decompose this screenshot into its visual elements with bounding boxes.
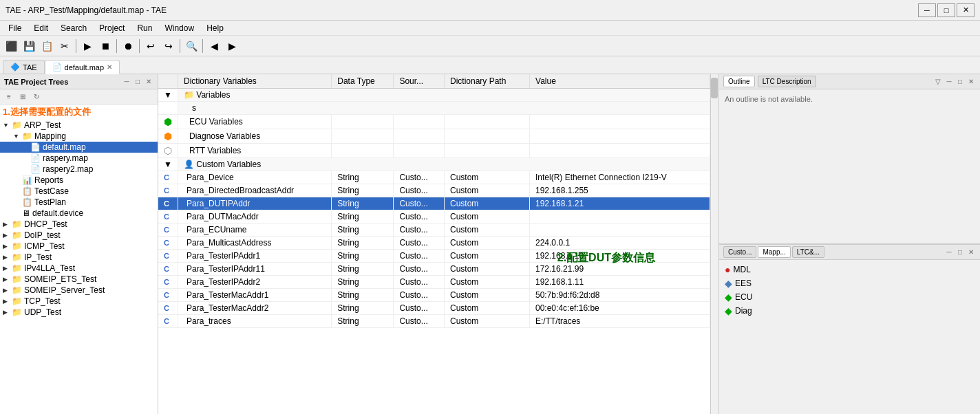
- table-row[interactable]: C Para_TesterIPAddr11 String Custo... Cu…: [158, 263, 710, 276]
- expand-arrow-tcp[interactable]: ▶: [3, 298, 10, 305]
- tab-tae[interactable]: 🔷 TAE: [3, 60, 45, 74]
- tree-item-tcp[interactable]: ▶ 📁 TCP_Test: [0, 296, 158, 307]
- expand-arrow-ip[interactable]: ▶: [3, 254, 10, 261]
- rtree-item-diag[interactable]: ◆ Diag: [722, 304, 977, 318]
- tree-refresh-btn[interactable]: ↻: [30, 91, 43, 103]
- expand-arrow-icmp[interactable]: ▶: [3, 243, 10, 250]
- expand-arrow-someip-ets[interactable]: ▶: [3, 276, 10, 283]
- menu-help[interactable]: Help: [201, 22, 229, 34]
- close-button[interactable]: ✕: [957, 3, 974, 17]
- tree-item-default-map[interactable]: 📄 default.map: [0, 142, 158, 153]
- expand-arrow-doip[interactable]: ▶: [3, 232, 10, 239]
- tree-collapse-btn[interactable]: ≡: [3, 91, 15, 103]
- rtree-item-mdl[interactable]: ● MDL: [722, 263, 977, 276]
- tree-item-icmp[interactable]: ▶ 📁 ICMP_Test: [0, 241, 158, 252]
- row-expand-s[interactable]: [158, 102, 178, 115]
- table-row[interactable]: C Para_TesterMacAddr2 String Custo... Cu…: [158, 302, 710, 315]
- toolbar-btn-run[interactable]: ▶: [79, 38, 96, 54]
- table-row[interactable]: ▼ 📁 Variables: [158, 89, 710, 102]
- tree-item-dhcp[interactable]: ▶ 📁 DHCP_Test: [0, 219, 158, 230]
- menu-run[interactable]: Run: [131, 22, 158, 34]
- tree-item-reports[interactable]: 📊 Reports: [0, 175, 158, 186]
- expand-arrow-mapping[interactable]: ▼: [13, 133, 20, 140]
- left-panel-close[interactable]: ✕: [144, 77, 153, 87]
- table-row[interactable]: C Para_TesterIPAddr1 String Custo... Cus…: [158, 250, 710, 263]
- vertical-scrollbar[interactable]: [710, 74, 718, 414]
- tree-item-default-device[interactable]: 🖥 default.device: [0, 208, 158, 219]
- toolbar-btn-save[interactable]: 💾: [21, 38, 37, 54]
- table-row[interactable]: C Para_TesterMacAddr1 String Custo... Cu…: [158, 289, 710, 302]
- tree-item-udp[interactable]: ▶ 📁 UDP_Test: [0, 307, 158, 318]
- tab-outline[interactable]: Outline: [723, 76, 755, 87]
- left-panel-maximize[interactable]: □: [133, 77, 142, 87]
- menu-search[interactable]: Search: [55, 22, 92, 34]
- scroll-thumb[interactable]: [711, 78, 718, 98]
- toolbar-btn-redo[interactable]: ↪: [160, 38, 177, 54]
- table-row[interactable]: C Para_MulticastAddress String Custo... …: [158, 237, 710, 250]
- table-row[interactable]: s: [158, 102, 710, 115]
- tree-expand-btn[interactable]: ⊞: [17, 91, 29, 103]
- table-row[interactable]: C Para_Device String Custo... Custom Int…: [158, 171, 710, 184]
- menu-edit[interactable]: Edit: [28, 22, 54, 34]
- maximize-button[interactable]: □: [937, 3, 955, 17]
- toolbar-btn-back[interactable]: ◀: [206, 38, 222, 54]
- expand-arrow-udp[interactable]: ▶: [3, 309, 10, 316]
- expand-arrow-ipv4lla[interactable]: ▶: [3, 265, 10, 272]
- table-row[interactable]: ⬢ ECU Variables: [158, 115, 710, 129]
- table-row[interactable]: C Para_ECUname String Custo... Custom: [158, 224, 710, 237]
- tab-custom[interactable]: Custo...: [723, 246, 756, 258]
- table-row[interactable]: ⬢ Diagnose Variables: [158, 129, 710, 144]
- toolbar-btn-forward[interactable]: ▶: [224, 38, 240, 54]
- table-row[interactable]: ▼ 👤 Custom Variables: [158, 158, 710, 171]
- expand-arrow-arp[interactable]: ▼: [3, 122, 10, 129]
- menu-project[interactable]: Project: [94, 22, 130, 34]
- menu-window[interactable]: Window: [159, 22, 200, 34]
- toolbar-btn-undo[interactable]: ↩: [142, 38, 159, 54]
- tree-item-arp-test[interactable]: ▼ 📁 ARP_Test: [0, 120, 158, 131]
- outline-maximize[interactable]: ─: [944, 77, 954, 87]
- table-row[interactable]: ⬡ RTT Variables: [158, 144, 710, 158]
- toolbar-btn-cut[interactable]: ✂: [56, 38, 73, 54]
- row-expand-custom[interactable]: ▼: [158, 158, 178, 171]
- tree-item-ip[interactable]: ▶ 📁 IP_Test: [0, 252, 158, 263]
- tab-ltc[interactable]: LTC&...: [792, 246, 824, 258]
- table-row[interactable]: C Para_DUTMacAddr String Custo... Custom: [158, 210, 710, 224]
- right-tree-maximize[interactable]: □: [955, 248, 965, 257]
- expand-arrow-someip-server[interactable]: ▶: [3, 287, 10, 294]
- outline-minimize[interactable]: ▽: [933, 77, 943, 87]
- left-panel-minimize[interactable]: ─: [122, 77, 131, 87]
- right-tree-close[interactable]: ✕: [966, 248, 976, 257]
- row-expand-variables[interactable]: ▼: [158, 89, 178, 102]
- table-container[interactable]: Dictionary Variables Data Type Sour... D…: [158, 74, 710, 414]
- tree-item-someip-server[interactable]: ▶ 📁 SOMEIP_Server_Test: [0, 285, 158, 296]
- tree-item-testcase[interactable]: 📋 TestCase: [0, 186, 158, 197]
- outline-pin[interactable]: ✕: [966, 77, 976, 87]
- tab-default-map[interactable]: 📄 default.map ✕: [45, 60, 120, 74]
- expand-arrow-dhcp[interactable]: ▶: [3, 221, 10, 228]
- tree-item-someip-ets[interactable]: ▶ 📁 SOMEIP_ETS_Test: [0, 274, 158, 285]
- tree-item-raspery[interactable]: 📄 raspery.map: [0, 153, 158, 164]
- right-tree-minimize[interactable]: ─: [944, 248, 954, 257]
- tree-item-mapping[interactable]: ▼ 📁 Mapping: [0, 131, 158, 142]
- toolbar-btn-copy[interactable]: 📋: [39, 38, 55, 54]
- tree-item-testplan[interactable]: 📋 TestPlan: [0, 197, 158, 208]
- rtree-item-ees[interactable]: ◆ EES: [722, 276, 977, 290]
- toolbar-btn-record[interactable]: ⏺: [120, 38, 136, 54]
- tree-item-ipv4lla[interactable]: ▶ 📁 IPv4LLA_Test: [0, 263, 158, 274]
- table-row[interactable]: C Para_traces String Custo... Custom E:/…: [158, 315, 710, 328]
- table-row-selected[interactable]: C Para_DUTIPAddr String Custo... Custom …: [158, 197, 710, 210]
- tab-ltc-description[interactable]: LTC Description: [758, 76, 816, 87]
- minimize-button[interactable]: ─: [918, 3, 936, 17]
- table-row[interactable]: C Para_DirectedBroadcastAddr String Cust…: [158, 184, 710, 197]
- toolbar-btn-stop[interactable]: ⏹: [97, 38, 114, 54]
- tab-map-close[interactable]: ✕: [107, 63, 112, 71]
- toolbar-btn-1[interactable]: ⬛: [3, 38, 19, 54]
- rtree-item-ecu[interactable]: ◆ ECU: [722, 290, 977, 304]
- table-row[interactable]: C Para_TesterIPAddr2 String Custo... Cus…: [158, 276, 710, 289]
- tree-item-doip[interactable]: ▶ 📁 DoIP_test: [0, 230, 158, 241]
- menu-file[interactable]: File: [3, 22, 27, 34]
- tree-item-raspery2[interactable]: 📄 raspery2.map: [0, 164, 158, 175]
- outline-close[interactable]: □: [955, 77, 965, 87]
- toolbar-btn-search[interactable]: 🔍: [183, 38, 200, 54]
- tab-mapping[interactable]: Mapp...: [758, 246, 790, 258]
